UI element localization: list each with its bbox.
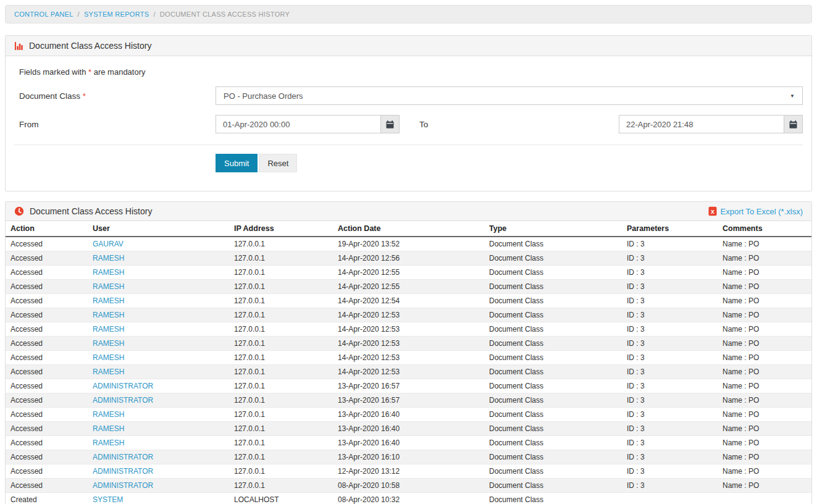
comments-cell: Name : PO [718, 280, 811, 294]
type-cell: Document Class [484, 251, 622, 266]
type-cell: Document Class [484, 337, 622, 351]
from-date-input[interactable] [216, 115, 381, 133]
table-header-row: Action User IP Address Action Date Type … [6, 221, 811, 237]
table-row: Accessed GAURAV 127.0.0.1 19-Apr-2020 13… [6, 237, 811, 251]
breadcrumb: CONTROL PANEL / SYSTEM REPORTS / DOCUMEN… [5, 5, 812, 23]
user-link[interactable]: RAMESH [93, 424, 124, 433]
to-calendar-button[interactable] [784, 115, 803, 133]
type-cell: Document Class [484, 294, 622, 308]
user-link[interactable]: RAMESH [93, 311, 124, 319]
type-cell: Document Class [484, 408, 622, 422]
user-link[interactable]: RAMESH [93, 254, 124, 262]
comments-cell: Name : PO [718, 365, 811, 379]
table-row: Accessed RAMESH 127.0.0.1 13-Apr-2020 16… [6, 436, 811, 450]
user-link[interactable]: ADMINISTRATOR [93, 382, 153, 390]
access-history-table: Action User IP Address Action Date Type … [6, 221, 811, 504]
export-to-excel-link[interactable]: x Export To Excel (*.xlsx) [708, 206, 803, 216]
user-link[interactable]: RAMESH [93, 439, 124, 447]
action-date-cell: 13-Apr-2020 16:40 [333, 422, 484, 436]
type-cell: Document Class [484, 479, 622, 493]
action-cell: Accessed [6, 464, 88, 479]
type-cell: Document Class [484, 393, 622, 408]
submit-button[interactable]: Submit [216, 154, 258, 172]
breadcrumb-separator: / [78, 10, 80, 18]
user-link[interactable]: ADMINISTRATOR [93, 467, 153, 476]
ip-address-cell: 127.0.0.1 [229, 237, 333, 251]
document-class-selected-value: PO - Purchase Orders [224, 91, 303, 101]
user-link[interactable]: RAMESH [93, 325, 124, 334]
parameters-cell: ID : 3 [622, 308, 718, 322]
parameters-cell: ID : 3 [622, 351, 718, 365]
form-divider [14, 145, 803, 145]
column-header-ip-address: IP Address [229, 221, 333, 237]
action-date-cell: 13-Apr-2020 16:10 [333, 450, 484, 464]
to-input-group [619, 115, 803, 133]
type-cell: Document Class [484, 308, 622, 322]
document-class-row: Document Class * PO - Purchase Orders ▼ [14, 86, 803, 105]
ip-address-cell: 127.0.0.1 [229, 308, 333, 322]
parameters-cell: ID : 3 [622, 280, 718, 294]
user-link[interactable]: ADMINISTRATOR [93, 396, 153, 405]
comments-cell: Name : PO [718, 450, 811, 464]
ip-address-cell: 127.0.0.1 [229, 365, 333, 379]
type-cell: Document Class [484, 365, 622, 379]
report-form-panel: Document Class Access History Fields mar… [5, 35, 812, 191]
action-cell: Accessed [6, 266, 88, 280]
mandatory-note: Fields marked with * are mandatory [19, 67, 803, 77]
user-link[interactable]: GAURAV [93, 240, 124, 248]
user-link[interactable]: RAMESH [93, 296, 124, 305]
user-link[interactable]: RAMESH [93, 410, 124, 419]
action-cell: Accessed [6, 479, 88, 493]
user-cell: RAMESH [88, 280, 229, 294]
user-cell: RAMESH [88, 266, 229, 280]
document-class-select[interactable]: PO - Purchase Orders ▼ [216, 86, 803, 105]
comments-cell: Name : PO [718, 393, 811, 408]
table-row: Accessed RAMESH 127.0.0.1 14-Apr-2020 12… [6, 337, 811, 351]
mandatory-asterisk: * [88, 67, 91, 77]
export-to-excel-label: Export To Excel (*.xlsx) [721, 207, 803, 216]
report-form-body: Fields marked with * are mandatory Docum… [6, 56, 811, 191]
user-cell: RAMESH [88, 422, 229, 436]
comments-cell: Name : PO [718, 422, 811, 436]
user-cell: SYSTEM [88, 493, 229, 504]
ip-address-cell: 127.0.0.1 [229, 351, 333, 365]
excel-file-icon: x [708, 206, 717, 216]
table-row: Accessed RAMESH 127.0.0.1 13-Apr-2020 16… [6, 408, 811, 422]
user-link[interactable]: RAMESH [93, 268, 124, 277]
comments-cell: Name : PO [718, 479, 811, 493]
action-cell: Accessed [6, 280, 88, 294]
mandatory-note-prefix: Fields marked with [19, 67, 86, 77]
user-link[interactable]: ADMINISTRATOR [93, 481, 153, 490]
table-row: Accessed RAMESH 127.0.0.1 14-Apr-2020 12… [6, 322, 811, 337]
user-cell: RAMESH [88, 308, 229, 322]
user-link[interactable]: RAMESH [93, 282, 124, 291]
from-input-group [216, 115, 400, 133]
user-link[interactable]: SYSTEM [93, 495, 123, 504]
parameters-cell: ID : 3 [622, 379, 718, 393]
user-cell: RAMESH [88, 436, 229, 450]
table-row: Accessed RAMESH 127.0.0.1 14-Apr-2020 12… [6, 280, 811, 294]
breadcrumb-link-control-panel[interactable]: CONTROL PANEL [14, 10, 73, 18]
type-cell: Document Class [484, 464, 622, 479]
type-cell: Document Class [484, 422, 622, 436]
ip-address-cell: 127.0.0.1 [229, 422, 333, 436]
reset-button[interactable]: Reset [259, 154, 297, 172]
type-cell: Document Class [484, 280, 622, 294]
from-calendar-button[interactable] [380, 115, 400, 133]
action-date-cell: 14-Apr-2020 12:56 [333, 251, 484, 266]
user-link[interactable]: RAMESH [93, 353, 124, 362]
user-link[interactable]: RAMESH [93, 368, 124, 376]
history-table-body: Accessed GAURAV 127.0.0.1 19-Apr-2020 13… [6, 237, 811, 504]
breadcrumb-current-page: DOCUMENT CLASS ACCESS HISTORY [160, 10, 290, 18]
to-date-input[interactable] [619, 115, 784, 133]
user-link[interactable]: ADMINISTRATOR [93, 453, 153, 461]
breadcrumb-link-system-reports[interactable]: SYSTEM REPORTS [84, 10, 149, 18]
user-link[interactable]: RAMESH [93, 339, 124, 348]
user-cell: ADMINISTRATOR [88, 450, 229, 464]
action-cell: Accessed [6, 322, 88, 337]
column-header-action: Action [6, 221, 88, 237]
user-cell: ADMINISTRATOR [88, 379, 229, 393]
action-date-cell: 19-Apr-2020 13:52 [333, 237, 484, 251]
action-cell: Accessed [6, 237, 88, 251]
parameters-cell: ID : 3 [622, 251, 718, 266]
